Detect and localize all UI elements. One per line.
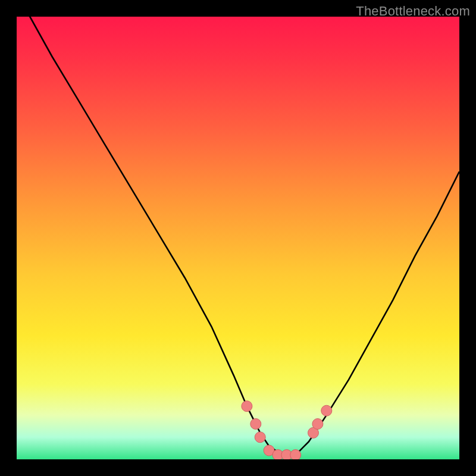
marker-left-arm-2 bbox=[250, 419, 261, 430]
watermark-text: TheBottleneck.com bbox=[356, 4, 470, 19]
marker-right-arm-2 bbox=[312, 419, 323, 430]
marker-left-arm-3 bbox=[255, 432, 265, 443]
marker-bottom-4 bbox=[290, 450, 301, 459]
chart-frame bbox=[17, 17, 459, 459]
bottleneck-curve bbox=[17, 17, 459, 455]
marker-left-arm-1 bbox=[242, 401, 252, 412]
markers-group bbox=[242, 401, 332, 459]
marker-right-arm-3 bbox=[321, 405, 332, 416]
chart-svg bbox=[17, 17, 459, 459]
